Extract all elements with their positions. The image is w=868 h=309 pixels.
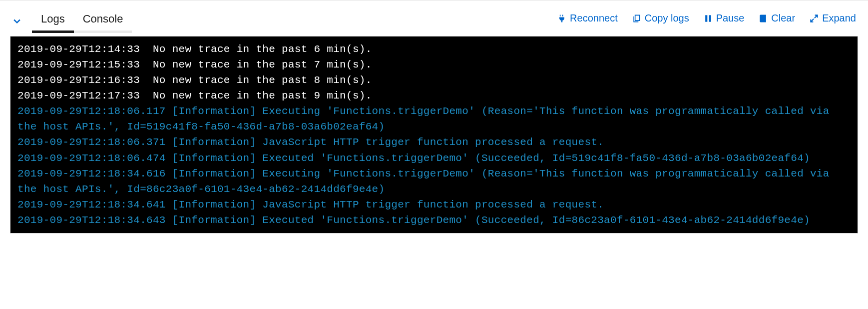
copy-logs-button[interactable]: Copy logs <box>632 12 689 24</box>
log-line: 2019-09-29T12:18:06.117 [Information] Ex… <box>17 104 851 134</box>
log-line: 2019-09-29T12:18:34.641 [Information] Ja… <box>17 197 851 212</box>
logs-header-bar: Logs Console Reconnect Copy logs Pause <box>0 2 868 33</box>
expand-button[interactable]: Expand <box>809 12 856 24</box>
book-icon <box>758 14 768 24</box>
log-line: 2019-09-29T12:15:33 No new trace in the … <box>17 57 851 72</box>
tab-logs[interactable]: Logs <box>32 8 74 33</box>
log-line: 2019-09-29T12:14:33 No new trace in the … <box>17 42 851 57</box>
svg-rect-1 <box>709 15 711 22</box>
reconnect-label: Reconnect <box>570 12 618 24</box>
header-left: Logs Console <box>12 8 132 33</box>
top-divider <box>0 0 868 0</box>
tabs: Logs Console <box>32 8 132 33</box>
clear-label: Clear <box>771 12 795 24</box>
expand-label: Expand <box>822 12 856 24</box>
chevron-down-icon <box>12 16 22 26</box>
svg-rect-0 <box>705 15 707 22</box>
tab-console[interactable]: Console <box>74 8 132 33</box>
clear-button[interactable]: Clear <box>758 12 795 24</box>
log-line: 2019-09-29T12:18:34.643 [Information] Ex… <box>17 212 851 228</box>
plug-icon <box>557 14 567 24</box>
log-output: 2019-09-29T12:14:33 No new trace in the … <box>10 36 858 234</box>
log-line: 2019-09-29T12:16:33 No new trace in the … <box>17 72 851 88</box>
log-line: 2019-09-29T12:18:34.616 [Information] Ex… <box>17 166 851 197</box>
pause-icon <box>703 14 713 24</box>
reconnect-button[interactable]: Reconnect <box>557 12 618 24</box>
log-line: 2019-09-29T12:18:06.371 [Information] Ja… <box>17 134 851 150</box>
log-line: 2019-09-29T12:17:33 No new trace in the … <box>17 88 851 104</box>
log-line: 2019-09-29T12:18:06.474 [Information] Ex… <box>17 150 851 166</box>
copy-icon <box>632 14 642 24</box>
collapse-toggle[interactable] <box>12 16 22 26</box>
copy-logs-label: Copy logs <box>645 12 689 24</box>
expand-icon <box>809 14 819 24</box>
header-actions: Reconnect Copy logs Pause Clear <box>557 12 856 29</box>
pause-label: Pause <box>716 12 745 24</box>
pause-button[interactable]: Pause <box>703 12 745 24</box>
